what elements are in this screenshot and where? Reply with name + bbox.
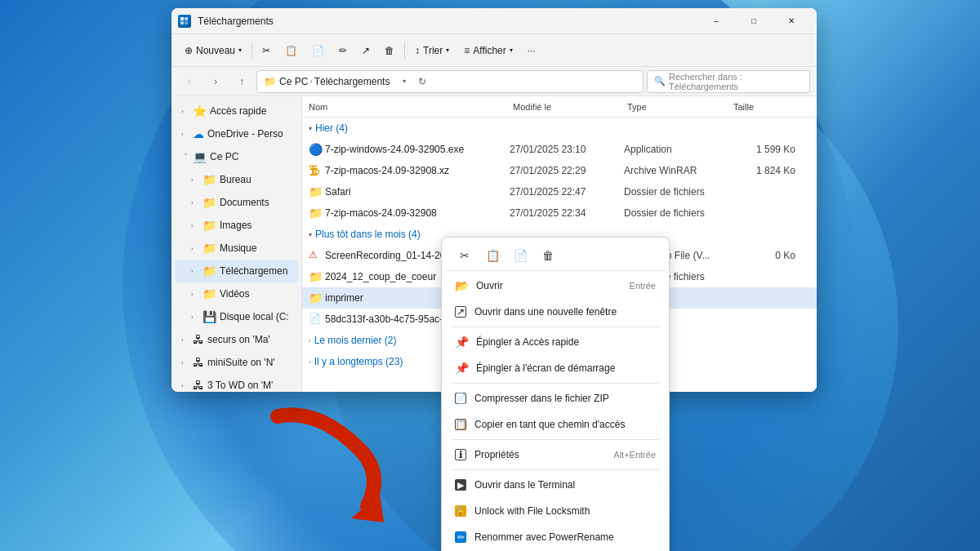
ctx-renommer-powerrename[interactable]: ✏ Renommer avec PowerRename <box>445 524 666 550</box>
ctx-copier-chemin[interactable]: 📋 Copier en tant que chemin d'accès <box>445 411 666 438</box>
more-button[interactable]: ··· <box>521 38 542 64</box>
back-button[interactable]: ‹ <box>178 70 201 93</box>
new-button[interactable]: ⊕ Nouveau ▾ <box>178 38 248 64</box>
expand-icon: › <box>191 268 199 275</box>
sidebar-item-onedrive[interactable]: › ☁ OneDrive - Perso <box>175 122 298 145</box>
sidebar-item-bureau[interactable]: › 📁 Bureau <box>175 168 298 191</box>
folder-icon: 📁 <box>309 291 322 304</box>
view-chevron-icon: ▾ <box>510 47 513 54</box>
ctx-delete-button[interactable]: 🗑 <box>535 244 561 267</box>
minimize-button[interactable]: – <box>697 8 735 34</box>
file-row[interactable]: 📁 Safari 27/01/2025 22:47 Dossier de fic… <box>302 181 817 202</box>
ctx-ouvrir[interactable]: 📂 Ouvrir Entrée <box>445 273 666 299</box>
file-row[interactable]: 📁 7-zip-macos-24.09-32908 27/01/2025 22:… <box>302 202 817 224</box>
ctx-epingler-acces-rapide[interactable]: 📌 Épingler à Accès rapide <box>445 329 666 355</box>
search-box[interactable]: 🔍 Rechercher dans : Téléchargements <box>647 70 810 93</box>
exe-icon: 🔵 <box>309 143 322 156</box>
ctx-proprietes[interactable]: ℹ Propriétés Alt+Entrée <box>445 442 666 468</box>
ctx-separator <box>452 439 659 440</box>
share-icon: ↗ <box>362 45 370 56</box>
col-type[interactable]: Type <box>627 102 733 112</box>
expand-icon: › <box>181 108 189 115</box>
toolbar-sep-2 <box>404 42 405 59</box>
forward-button[interactable]: › <box>204 70 227 93</box>
sidebar-item-musique[interactable]: › 📁 Musique <box>175 237 298 260</box>
window-icon <box>178 15 191 28</box>
folder-icon: 📁 <box>309 270 322 283</box>
ctx-cut-button[interactable]: ✂ <box>452 244 478 267</box>
pin-screen-icon: 📌 <box>455 362 468 375</box>
dropdown-button[interactable]: ▾ <box>396 73 412 90</box>
group-hier[interactable]: ▾ Hier (4) <box>302 118 817 139</box>
ctx-unlock-file-locksmith[interactable]: 🔓 Unlock with File Locksmith <box>445 498 666 524</box>
ctx-copy-button[interactable]: 📋 <box>479 244 506 267</box>
close-button[interactable]: ✕ <box>773 8 810 34</box>
window-title: Téléchargements <box>198 16 694 27</box>
sidebar-item-acces-rapide[interactable]: › ⭐ Accès rapide <box>175 100 298 122</box>
cloud-icon: ☁ <box>193 127 204 140</box>
sidebar-item-documents[interactable]: › 📁 Documents <box>175 191 298 214</box>
breadcrumb-cepc[interactable]: Ce PC <box>279 76 308 87</box>
delete-button[interactable]: 🗑 <box>378 38 401 64</box>
group-expand-icon: ▾ <box>309 125 312 132</box>
chevron-down-icon: ▾ <box>238 47 242 54</box>
rename-button[interactable]: ✏ <box>332 38 354 64</box>
zip-icon: 📄 <box>455 393 466 404</box>
column-headers: Nom Modifié le Type Taille <box>302 96 817 118</box>
sort-button[interactable]: ↕ Trier ▾ <box>408 38 456 64</box>
maximize-button[interactable]: □ <box>735 8 773 34</box>
network-icon: 🖧 <box>193 333 204 346</box>
ctx-epingler-ecran-demarrage[interactable]: 📌 Épingler à l'écran de démarrage <box>445 355 666 381</box>
expand-icon: › <box>191 291 199 298</box>
window-controls: – □ ✕ <box>697 8 810 34</box>
breadcrumb-telechargements[interactable]: Téléchargements <box>314 76 390 87</box>
expand-icon: › <box>181 382 189 389</box>
folder-icon: 📁 <box>203 173 216 186</box>
folder-icon: 📁 <box>309 207 322 220</box>
ctx-separator <box>452 383 659 384</box>
cut-button[interactable]: ✂ <box>256 38 277 64</box>
expand-icon: › <box>191 176 199 184</box>
group-expand-icon: ▾ <box>309 231 312 238</box>
ctx-compresser-zip[interactable]: 📄 Compresser dans le fichier ZIP <box>445 385 666 411</box>
ctx-ouvrir-terminal[interactable]: ▶ Ouvrir dans le Terminal <box>445 472 666 498</box>
ctx-ouvrir-nouvelle-fenetre[interactable]: ↗ Ouvrir dans une nouvelle fenêtre <box>445 299 666 325</box>
up-button[interactable]: ↑ <box>230 70 253 93</box>
share-button[interactable]: ↗ <box>355 38 376 64</box>
sidebar-item-securs[interactable]: › 🖧 securs on 'Ma' <box>175 328 298 351</box>
cut-icon: ✂ <box>262 45 270 56</box>
col-size[interactable]: Taille <box>733 102 799 112</box>
toolbar: ⊕ Nouveau ▾ ✂ 📋 📄 ✏ ↗ 🗑 ↕ Trier ▾ ≡ <box>172 34 817 67</box>
archive-icon: 🗜 <box>309 164 322 177</box>
expand-icon: › <box>181 359 189 367</box>
rename-icon: ✏ <box>339 45 347 56</box>
toolbar-sep-1 <box>252 42 252 59</box>
expand-icon: › <box>182 153 189 161</box>
refresh-button[interactable]: ↻ <box>414 73 430 90</box>
col-name[interactable]: Nom <box>309 102 513 112</box>
view-button[interactable]: ≡ Afficher ▾ <box>457 38 519 64</box>
network-icon: 🖧 <box>193 356 204 369</box>
new-window-icon: ↗ <box>455 306 466 318</box>
sidebar-item-telechargements[interactable]: › 📁 Téléchargemen <box>175 260 298 282</box>
sidebar-item-minisuite[interactable]: › 🖧 miniSuite on 'N' <box>175 351 298 374</box>
sidebar-item-wd[interactable]: › 🖧 3 To WD on 'M' <box>175 374 298 392</box>
file-row[interactable]: 🔵 7-zip-windows-24.09-32905.exe 27/01/20… <box>302 139 817 160</box>
paste-button[interactable]: 📄 <box>305 38 331 64</box>
copy-button[interactable]: 📋 <box>278 38 304 64</box>
col-modified[interactable]: Modifié le <box>513 102 627 112</box>
breadcrumb: Ce PC › Téléchargements <box>279 76 390 87</box>
drive-icon: 💾 <box>203 310 216 323</box>
expand-icon: › <box>191 245 199 252</box>
new-icon: ⊕ <box>185 45 193 56</box>
ctx-paste-button[interactable]: 📄 <box>507 244 533 267</box>
sidebar-item-ce-pc[interactable]: › 💻 Ce PC <box>175 145 298 168</box>
properties-icon: ℹ <box>455 449 466 460</box>
sidebar-item-disque-local[interactable]: › 💾 Disque local (C: <box>175 305 298 328</box>
delete-icon: 🗑 <box>385 45 394 56</box>
sidebar-item-images[interactable]: › 📁 Images <box>175 214 298 237</box>
address-box[interactable]: 📁 Ce PC › Téléchargements ▾ ↻ <box>256 70 644 93</box>
svg-rect-4 <box>185 21 188 24</box>
sidebar-item-videos[interactable]: › 📁 Vidéos <box>175 282 298 305</box>
file-row[interactable]: 🗜 7-zip-macos-24.09-32908.xz 27/01/2025 … <box>302 160 817 181</box>
